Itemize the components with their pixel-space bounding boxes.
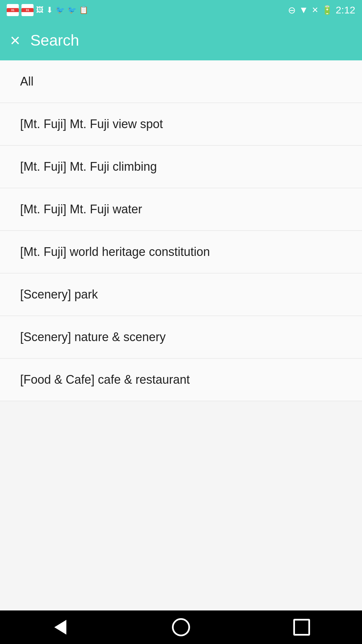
list-item[interactable]: [Mt. Fuji] Mt. Fuji view spot (0, 103, 362, 146)
list-item-label-0: All (20, 74, 34, 89)
calendar-icon-1: 31 (7, 4, 19, 16)
twitter-icon-2: 🐦 (67, 6, 76, 14)
nav-home-button[interactable] (168, 614, 194, 641)
status-icons-right: ⊖ ▼ ✕ 🔋 2:12 (288, 4, 355, 16)
dnd-icon: ⊖ (288, 5, 296, 16)
list-item-label-1: [Mt. Fuji] Mt. Fuji view spot (20, 117, 163, 131)
list-item[interactable]: [Mt. Fuji] world heritage constitution (0, 231, 362, 273)
wifi-icon: ▼ (299, 5, 308, 15)
list-item-label-2: [Mt. Fuji] Mt. Fuji climbing (20, 160, 157, 174)
list-item-label-5: [Scenery] park (20, 287, 98, 302)
nav-back-button[interactable] (47, 614, 74, 641)
search-list: All[Mt. Fuji] Mt. Fuji view spot[Mt. Fuj… (0, 60, 362, 610)
bottom-navigation (0, 610, 362, 644)
list-item[interactable]: All (0, 60, 362, 103)
list-item[interactable]: [Mt. Fuji] Mt. Fuji climbing (0, 146, 362, 188)
signal-icon: ✕ (312, 5, 318, 15)
list-item-label-3: [Mt. Fuji] Mt. Fuji water (20, 202, 142, 216)
battery-icon: 🔋 (322, 5, 333, 15)
list-item-label-4: [Mt. Fuji] world heritage constitution (20, 245, 210, 259)
nav-recents-button[interactable] (288, 614, 315, 641)
list-item-label-7: [Food & Cafe] cafe & restaurant (20, 373, 190, 387)
twitter-icon-1: 🐦 (56, 6, 65, 14)
app-header: × Search (0, 20, 362, 60)
status-icons-left: 31 31 🖼 ⬇ 🐦 🐦 📋 (7, 4, 88, 16)
list-item[interactable]: [Mt. Fuji] Mt. Fuji water (0, 188, 362, 231)
status-bar: 31 31 🖼 ⬇ 🐦 🐦 📋 ⊖ ▼ ✕ 🔋 2:12 (0, 0, 362, 20)
header-title: Search (30, 31, 79, 49)
list-item[interactable]: [Scenery] park (0, 273, 362, 316)
status-time: 2:12 (336, 4, 355, 16)
clipboard-icon: 📋 (79, 6, 88, 14)
download-icon: ⬇ (46, 5, 53, 15)
close-button[interactable]: × (10, 32, 20, 49)
image-icon: 🖼 (36, 6, 44, 14)
list-item[interactable]: [Food & Cafe] cafe & restaurant (0, 359, 362, 401)
calendar-icon-2: 31 (21, 4, 34, 16)
list-item-label-6: [Scenery] nature & scenery (20, 330, 166, 344)
list-item[interactable]: [Scenery] nature & scenery (0, 316, 362, 359)
